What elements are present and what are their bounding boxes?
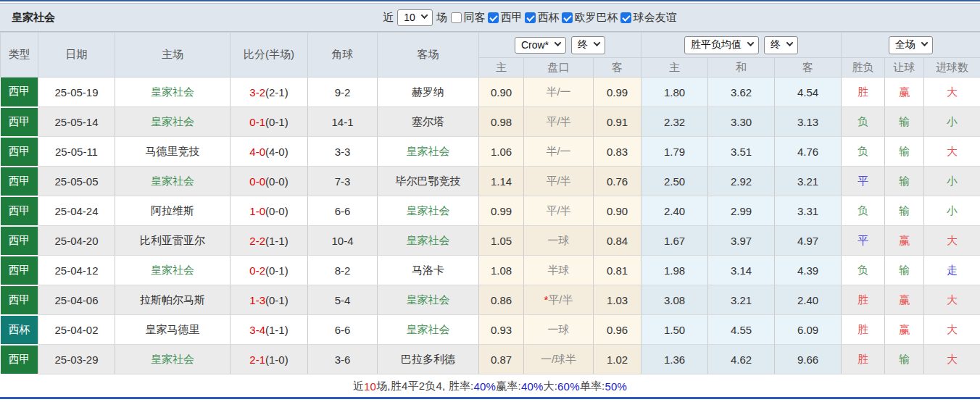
halftime-score: (0-1) [265,294,288,306]
result-handicap-cell: 输 [885,256,924,285]
handicap-away-odds-cell: 1.03 [594,285,641,315]
handicap-home-odds-cell: 0.87 [479,345,524,374]
home-team-cell: 皇家社会 [115,167,231,196]
result-wdl-cell: 胜 [842,285,885,315]
league-badge: 西甲 [1,227,38,255]
avg-away-odds-cell: 4.54 [775,78,842,107]
scope-dropdown-group: 全场 [842,33,980,58]
avg-draw-odds-cell: 3.51 [708,137,775,167]
away-team-cell: 皇家社会 [378,226,479,256]
handicap-line-cell: 一球 [524,315,594,345]
corners-cell: 5-4 [308,285,378,315]
avg-home-odds-cell: 1.36 [641,345,708,374]
corners-cell: 14-1 [308,107,378,137]
corners-cell: 7-3 [308,167,378,196]
summary-segment: 40% [473,380,496,393]
chevron-down-icon [420,12,428,19]
odds-time-select-2[interactable]: 终 [764,36,798,54]
checkbox-checked-icon[interactable] [525,12,536,23]
result-handicap-cell: 输 [885,345,924,374]
corners-cell: 3-3 [308,137,378,167]
sub-header-avg-away: 客 [775,58,842,78]
handicap-line-cell: 半/一 [524,137,594,167]
fulltime-score: 4-0 [249,146,265,158]
odds-time-value-2: 终 [771,38,781,51]
halftime-score: (1-0) [265,353,288,366]
result-goals-cell: 小 [924,107,980,137]
result-wdl-cell: 平 [842,226,885,256]
handicap-home-odds-cell: 1.05 [479,226,524,256]
result-goals-cell: 大 [924,315,980,345]
avg-odds-value: 胜平负均值 [691,38,742,51]
summary-line: 近10场,胜4平2负4, 胜率:40% 赢率:40% 大:60% 单率:50% [0,375,980,398]
odds-company-value: Crow* [521,39,549,51]
handicap-away-odds-cell: 0.91 [594,107,641,137]
summary-segment: 50% [605,380,627,393]
avg-home-odds-cell: 1.79 [641,137,708,167]
league-badge: 西甲 [1,286,38,314]
corners-cell: 10-4 [308,226,378,256]
scope-value: 全场 [895,38,915,51]
avg-away-odds-cell: 4.39 [775,256,842,285]
score-cell: 0-0(0-0) [231,167,308,196]
result-handicap-cell: 输 [885,167,924,196]
halftime-score: (1-1) [265,324,288,336]
corners-cell: 3-6 [308,345,378,374]
home-team-cell: 皇家社会 [115,256,231,285]
corners-cell: 9-2 [308,78,378,107]
handicap-away-odds-cell: 0.83 [594,137,641,167]
result-goals-cell: 大 [924,226,980,256]
handicap-home-odds-cell: 0.98 [479,107,524,137]
table-row: 西甲25-04-20比利亚雷亚尔2-2(1-1)10-4皇家社会1.05一球0.… [1,226,980,256]
handicap-home-odds-cell: 1.14 [479,167,524,196]
date-cell: 25-03-29 [38,345,115,374]
date-cell: 25-05-11 [38,137,115,167]
result-handicap-cell: 赢 [885,226,924,256]
result-handicap-cell: 赢 [885,78,924,107]
fulltime-score: 2-1 [249,353,265,366]
recent-count-select[interactable]: 10 [397,9,433,26]
avg-away-odds-cell: 3.13 [775,107,842,137]
fulltime-score: 1-0 [249,205,265,217]
match-history-panel: 皇家社会 近 10 场 同客西甲西杯欧罗巴杯球会友谊 类型 日期 主场 比分(半… [0,0,980,402]
checkbox-unchecked-icon[interactable] [451,12,462,23]
checkbox-checked-icon[interactable] [620,12,631,23]
away-team-cell: 赫罗纳 [378,78,479,107]
handicap-line-cell: *平/半 [524,285,594,315]
odds-time-select-1[interactable]: 终 [571,36,605,54]
date-cell: 25-05-19 [38,78,115,107]
corners-cell: 6-6 [308,315,378,345]
col-header-away: 客场 [378,33,479,78]
summary-segment: 大: [544,380,558,393]
odds-company-select[interactable]: Crow* [515,37,566,54]
date-cell: 25-04-12 [38,256,115,285]
fulltime-score: 1-3 [249,294,265,306]
filter-checkbox-label: 同客 [464,11,486,25]
away-team-cell: 塞尔塔 [378,107,479,137]
halftime-score: (2-1) [265,86,288,99]
league-type-cell: 西甲 [1,78,38,107]
odds-time-value-1: 终 [578,38,588,51]
date-cell: 25-04-02 [38,315,115,345]
league-type-cell: 西甲 [1,107,38,137]
handicap-line-cell: 平/半 [524,107,594,137]
result-handicap-cell: 赢 [885,285,924,315]
avg-draw-odds-cell: 2.92 [708,167,775,196]
avg-odds-select[interactable]: 胜平负均值 [684,36,759,54]
fulltime-score: 3-4 [249,324,265,336]
scope-select[interactable]: 全场 [889,36,933,54]
avg-away-odds-cell: 2.40 [775,285,842,315]
result-wdl-cell: 负 [842,196,885,226]
checkbox-checked-icon[interactable] [562,12,573,23]
handicap-home-odds-cell: 1.06 [479,137,524,167]
summary-segment: 60% [557,380,580,393]
table-row: 西甲25-04-06拉斯帕尔马斯1-3(0-1)5-4皇家社会0.86*平/半1… [1,285,980,315]
recent-label-before: 近 [383,11,394,25]
checkbox-checked-icon[interactable] [488,12,499,23]
result-wdl-cell: 胜 [842,315,885,345]
home-team-cell: 拉斯帕尔马斯 [115,285,231,315]
result-wdl-cell: 胜 [842,78,885,107]
league-badge: 西甲 [1,138,38,166]
avg-draw-odds-cell: 4.55 [708,315,775,345]
avg-draw-odds-cell: 3.30 [708,107,775,137]
